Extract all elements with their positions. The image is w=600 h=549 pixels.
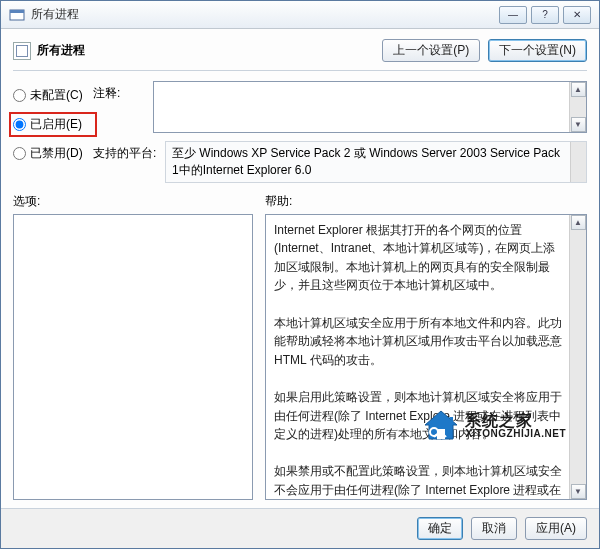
help-box[interactable]: Internet Explorer 根据其打开的各个网页的位置(Internet… <box>265 214 587 500</box>
divider <box>13 70 587 71</box>
radio-not-configured[interactable]: 未配置(C) <box>13 87 93 104</box>
minimize-button[interactable]: — <box>499 6 527 24</box>
prev-setting-button[interactable]: 上一个设置(P) <box>382 39 480 62</box>
cancel-button[interactable]: 取消 <box>471 517 517 540</box>
platform-field: 支持的平台: 至少 Windows XP Service Pack 2 或 Wi… <box>93 141 587 183</box>
dialog-body: 所有进程 上一个设置(P) 下一个设置(N) 未配置(C) 已启用(E) 已禁 <box>1 29 599 508</box>
svg-rect-1 <box>10 10 24 13</box>
next-setting-button[interactable]: 下一个设置(N) <box>488 39 587 62</box>
comment-label: 注释: <box>93 81 153 133</box>
options-label: 选项: <box>13 193 253 210</box>
platform-label: 支持的平台: <box>93 141 165 162</box>
help-scroll-down-icon[interactable]: ▼ <box>571 484 586 499</box>
ok-button[interactable]: 确定 <box>417 517 463 540</box>
radio-not-configured-label: 未配置(C) <box>30 87 83 104</box>
radio-enabled-input[interactable] <box>13 118 26 131</box>
app-icon <box>9 7 25 23</box>
help-text: Internet Explorer 根据其打开的各个网页的位置(Internet… <box>266 215 586 500</box>
radio-disabled[interactable]: 已禁用(D) <box>13 145 93 162</box>
platform-value-box: 至少 Windows XP Service Pack 2 或 Windows S… <box>165 141 587 183</box>
radio-enabled-label: 已启用(E) <box>30 116 82 133</box>
footer: 确定 取消 应用(A) <box>1 508 599 548</box>
header-title: 所有进程 <box>37 42 382 59</box>
right-fields: 注释: ▲ ▼ 支持的平台: 至少 Windows XP Service Pac… <box>93 81 587 183</box>
nav-buttons: 上一个设置(P) 下一个设置(N) <box>382 39 587 62</box>
policy-icon <box>13 42 31 60</box>
radio-group: 未配置(C) 已启用(E) 已禁用(D) <box>13 81 93 183</box>
comment-field: 注释: ▲ ▼ <box>93 81 587 133</box>
scroll-up-icon[interactable]: ▲ <box>571 82 586 97</box>
window-title: 所有进程 <box>31 6 495 23</box>
help-label: 帮助: <box>265 193 587 210</box>
scroll-down-icon[interactable]: ▼ <box>571 117 586 132</box>
config-row: 未配置(C) 已启用(E) 已禁用(D) 注释: ▲ <box>13 81 587 183</box>
comment-textbox[interactable]: ▲ ▼ <box>153 81 587 133</box>
radio-enabled[interactable]: 已启用(E) <box>11 114 95 135</box>
platform-scrollbar <box>570 142 586 182</box>
comment-scrollbar[interactable]: ▲ ▼ <box>569 82 586 132</box>
radio-disabled-input[interactable] <box>13 147 26 160</box>
options-box[interactable] <box>13 214 253 500</box>
help-column: 帮助: Internet Explorer 根据其打开的各个网页的位置(Inte… <box>265 193 587 500</box>
dialog-window: 所有进程 — ? ✕ 所有进程 上一个设置(P) 下一个设置(N) 未配置(C) <box>0 0 600 549</box>
help-button[interactable]: ? <box>531 6 559 24</box>
titlebar: 所有进程 — ? ✕ <box>1 1 599 29</box>
radio-not-configured-input[interactable] <box>13 89 26 102</box>
platform-value: 至少 Windows XP Service Pack 2 或 Windows S… <box>172 146 560 177</box>
options-column: 选项: <box>13 193 253 500</box>
radio-disabled-label: 已禁用(D) <box>30 145 83 162</box>
help-scroll-up-icon[interactable]: ▲ <box>571 215 586 230</box>
close-button[interactable]: ✕ <box>563 6 591 24</box>
columns: 选项: 帮助: Internet Explorer 根据其打开的各个网页的位置(… <box>13 193 587 500</box>
help-scrollbar[interactable]: ▲ ▼ <box>569 215 586 499</box>
apply-button[interactable]: 应用(A) <box>525 517 587 540</box>
header-row: 所有进程 上一个设置(P) 下一个设置(N) <box>13 39 587 62</box>
